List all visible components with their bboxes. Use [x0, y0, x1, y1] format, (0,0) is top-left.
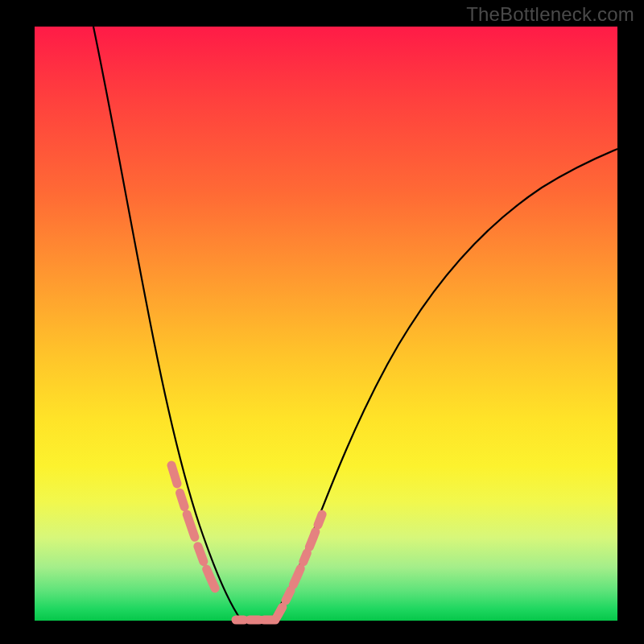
chart-svg — [35, 27, 617, 621]
dash-right-flank — [276, 452, 349, 618]
bottleneck-curve — [93, 27, 617, 621]
watermark-text: TheBottleneck.com — [466, 3, 634, 26]
chart-frame: TheBottleneck.com — [0, 0, 644, 644]
dash-left-flank — [171, 465, 234, 621]
chart-plot-area — [35, 27, 617, 621]
